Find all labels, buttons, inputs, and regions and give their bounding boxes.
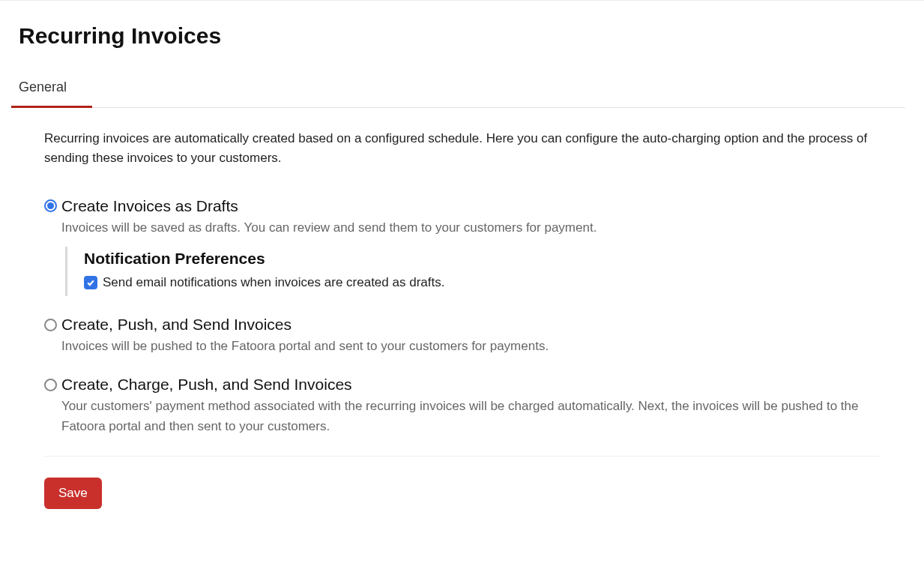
radio-create-drafts[interactable] <box>44 199 57 212</box>
option-desc-create-drafts: Invoices will be saved as drafts. You ca… <box>61 218 880 238</box>
option-label-charge-push-send[interactable]: Create, Charge, Push, and Send Invoices <box>61 376 352 394</box>
check-icon <box>86 278 95 287</box>
notification-preferences-box: Notification Preferences Send email noti… <box>65 247 880 296</box>
tabs-bar: General <box>19 79 905 108</box>
option-desc-charge-push-send: Your customers' payment method associate… <box>61 397 880 436</box>
option-charge-push-send: Create, Charge, Push, and Send Invoices … <box>44 376 880 436</box>
checkbox-email-notifications[interactable] <box>84 276 97 289</box>
page-title: Recurring Invoices <box>19 23 905 49</box>
option-push-send: Create, Push, and Send Invoices Invoices… <box>44 316 880 356</box>
save-button[interactable]: Save <box>44 478 102 509</box>
option-desc-push-send: Invoices will be pushed to the Fatoora p… <box>61 337 880 356</box>
checkbox-label-email-notifications[interactable]: Send email notifications when invoices a… <box>103 275 444 290</box>
intro-text: Recurring invoices are automatically cre… <box>44 129 880 169</box>
radio-push-send[interactable] <box>44 319 57 331</box>
option-label-push-send[interactable]: Create, Push, and Send Invoices <box>61 316 292 334</box>
option-create-drafts: Create Invoices as Drafts Invoices will … <box>44 197 880 296</box>
divider <box>44 456 880 457</box>
notification-preferences-title: Notification Preferences <box>84 250 880 268</box>
radio-charge-push-send[interactable] <box>44 379 57 391</box>
option-label-create-drafts[interactable]: Create Invoices as Drafts <box>61 197 238 215</box>
tab-general[interactable]: General <box>11 79 92 108</box>
